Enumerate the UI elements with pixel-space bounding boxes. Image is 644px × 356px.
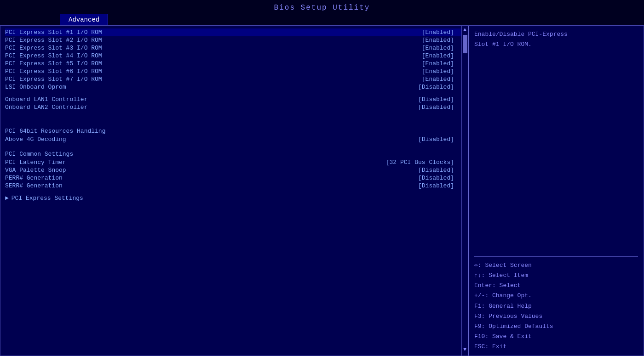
setting-label-above4g: Above 4G Decoding bbox=[5, 136, 66, 143]
bios-title: Bios Setup Utility bbox=[0, 0, 644, 14]
shortcut-select-screen: ⇔: Select Screen bbox=[474, 260, 638, 271]
setting-row-pci3[interactable]: PCI Express Slot #3 I/O ROM [Enabled] bbox=[5, 44, 463, 52]
setting-value-pci6: [Enabled] bbox=[422, 68, 454, 75]
setting-value-lan1: [Disabled] bbox=[418, 96, 454, 103]
setting-value-latency: [32 PCI Bus Clocks] bbox=[386, 159, 454, 166]
scroll-down-arrow-icon[interactable]: ▼ bbox=[462, 345, 467, 354]
tab-advanced[interactable]: Advanced bbox=[60, 14, 108, 25]
setting-label-lsi: LSI Onboard Oprom bbox=[5, 84, 66, 90]
help-line2: Slot #1 I/O ROM. bbox=[474, 40, 638, 50]
setting-value-pci1: [Enabled] bbox=[422, 29, 454, 36]
setting-label-pci5: PCI Express Slot #5 I/O ROM bbox=[5, 60, 102, 67]
setting-label-pci2: PCI Express Slot #2 I/O ROM bbox=[5, 37, 102, 44]
setting-row-lan2[interactable]: Onboard LAN2 Controller [Disabled] bbox=[5, 103, 463, 111]
submenu-label: PCI Express Settings bbox=[12, 195, 83, 202]
key-shortcuts: ⇔: Select Screen ↑↓: Select Item Enter: … bbox=[474, 260, 638, 352]
setting-value-serr: [Disabled] bbox=[418, 182, 454, 189]
setting-row-pci1[interactable]: PCI Express Slot #1 I/O ROM [Enabled] bbox=[5, 28, 463, 36]
setting-row-lan1[interactable]: Onboard LAN1 Controller [Disabled] bbox=[5, 96, 463, 103]
setting-value-perr: [Disabled] bbox=[418, 175, 454, 181]
shortcut-f3: F3: Previous Values bbox=[474, 311, 638, 322]
main-container: PCI Express Slot #1 I/O ROM [Enabled] PC… bbox=[0, 25, 644, 356]
setting-row-serr[interactable]: SERR# Generation [Disabled] bbox=[5, 182, 463, 190]
setting-label-vga: VGA Palette Snoop bbox=[5, 167, 66, 174]
submenu-arrow-icon: ► bbox=[5, 195, 9, 202]
setting-label-pci4: PCI Express Slot #4 I/O ROM bbox=[5, 52, 102, 59]
scroll-thumb[interactable] bbox=[463, 35, 467, 53]
setting-value-pci4: [Enabled] bbox=[422, 52, 454, 59]
setting-label-lan2: Onboard LAN2 Controller bbox=[5, 104, 87, 111]
shortcut-f1: F1: General Help bbox=[474, 301, 638, 311]
pci-common-header: PCI Common Settings bbox=[5, 148, 463, 158]
setting-value-vga: [Disabled] bbox=[418, 167, 454, 174]
shortcut-select-item: ↑↓: Select Item bbox=[474, 271, 638, 281]
shortcut-f10: F10: Save & Exit bbox=[474, 332, 638, 342]
shortcut-enter: Enter: Select bbox=[474, 281, 638, 291]
setting-row-pci2[interactable]: PCI Express Slot #2 I/O ROM [Enabled] bbox=[5, 36, 463, 44]
setting-value-pci5: [Enabled] bbox=[422, 60, 454, 67]
scrollbar[interactable]: ▲ ▼ bbox=[461, 26, 468, 356]
setting-value-lan2: [Disabled] bbox=[418, 104, 454, 111]
setting-row-pci7[interactable]: PCI Express Slot #7 I/O ROM [Enabled] bbox=[5, 75, 463, 83]
help-text-section: Enable/Disable PCI-Express Slot #1 I/O R… bbox=[474, 29, 638, 257]
submenu-row-pci-express[interactable]: ► PCI Express Settings bbox=[5, 194, 463, 202]
shortcut-change-opt: +/-: Change Opt. bbox=[474, 291, 638, 301]
setting-label-pci1: PCI Express Slot #1 I/O ROM bbox=[5, 29, 102, 36]
left-panel: PCI Express Slot #1 I/O ROM [Enabled] PC… bbox=[0, 26, 469, 356]
setting-row-lsi[interactable]: LSI Onboard Oprom [Disabled] bbox=[5, 83, 463, 91]
setting-row-pci4[interactable]: PCI Express Slot #4 I/O ROM [Enabled] bbox=[5, 52, 463, 60]
setting-row-above4g[interactable]: Above 4G Decoding [Disabled] bbox=[5, 136, 463, 143]
shortcut-esc: ESC: Exit bbox=[474, 342, 638, 352]
setting-value-pci2: [Enabled] bbox=[422, 37, 454, 44]
setting-value-lsi: [Disabled] bbox=[418, 84, 454, 90]
setting-label-pci6: PCI Express Slot #6 I/O ROM bbox=[5, 68, 102, 75]
scroll-up-arrow-icon[interactable]: ▲ bbox=[462, 26, 467, 34]
setting-value-pci7: [Enabled] bbox=[422, 76, 454, 83]
setting-row-perr[interactable]: PERR# Generation [Disabled] bbox=[5, 174, 463, 182]
pci-64bit-header: PCI 64bit Resources Handling bbox=[5, 125, 463, 136]
setting-row-pci6[interactable]: PCI Express Slot #6 I/O ROM [Enabled] bbox=[5, 68, 463, 75]
setting-label-latency: PCI Latency Timer bbox=[5, 159, 66, 166]
setting-row-latency[interactable]: PCI Latency Timer [32 PCI Bus Clocks] bbox=[5, 158, 463, 166]
help-line1: Enable/Disable PCI-Express bbox=[474, 29, 638, 40]
setting-row-vga[interactable]: VGA Palette Snoop [Disabled] bbox=[5, 166, 463, 174]
setting-value-pci3: [Enabled] bbox=[422, 45, 454, 51]
setting-row-pci5[interactable]: PCI Express Slot #5 I/O ROM [Enabled] bbox=[5, 60, 463, 68]
setting-label-perr: PERR# Generation bbox=[5, 175, 63, 181]
setting-value-above4g: [Disabled] bbox=[418, 136, 454, 143]
tab-bar: Advanced bbox=[0, 14, 644, 25]
right-panel: Enable/Disable PCI-Express Slot #1 I/O R… bbox=[469, 26, 644, 356]
shortcut-f9: F9: Optimized Defaults bbox=[474, 322, 638, 332]
setting-label-serr: SERR# Generation bbox=[5, 182, 63, 189]
setting-label-lan1: Onboard LAN1 Controller bbox=[5, 96, 87, 103]
setting-label-pci7: PCI Express Slot #7 I/O ROM bbox=[5, 76, 102, 83]
setting-label-pci3: PCI Express Slot #3 I/O ROM bbox=[5, 45, 102, 51]
